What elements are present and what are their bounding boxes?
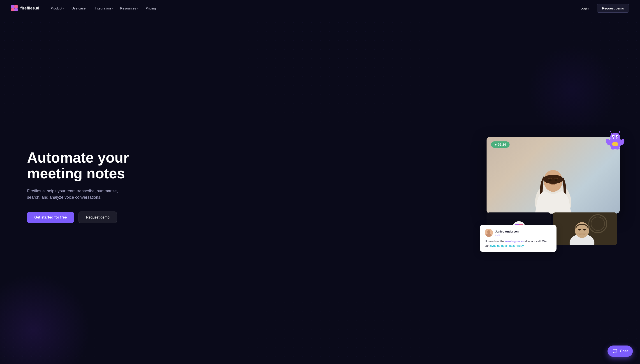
chat-text-before: I'll send out the: [485, 240, 505, 243]
timer-badge: 02:24: [491, 142, 509, 148]
hero-left: Automate your meeting notes Fireflies.ai…: [27, 150, 144, 223]
svg-point-24: [555, 179, 557, 181]
svg-point-16: [611, 147, 615, 150]
hero-subtitle: Fireflies.ai helps your team transcribe,…: [27, 188, 126, 201]
logo-icon: [11, 4, 18, 12]
navbar-right: Login Request demo: [576, 4, 629, 13]
chat-bubble-header: Janice Anderson 1:21: [485, 229, 551, 237]
hero-request-demo-button[interactable]: Request demo: [79, 212, 117, 223]
request-demo-button[interactable]: Request demo: [597, 4, 629, 13]
chevron-down-icon: ▾: [87, 7, 88, 10]
hero-buttons: Get started for free Request demo: [27, 212, 144, 223]
svg-point-7: [619, 131, 620, 132]
svg-point-23: [549, 179, 551, 181]
video-background: [486, 137, 620, 214]
timer-dot: [495, 144, 496, 146]
navbar: fireflies.ai Product ▾ Use case ▾ Integr…: [0, 0, 640, 16]
svg-rect-2: [11, 8, 15, 11]
hero-right: 02:24 Janice Anderson 1:21 I'll: [482, 128, 622, 245]
svg-point-5: [610, 131, 611, 132]
chevron-down-icon: ▾: [63, 7, 64, 10]
hero-section: Automate your meeting notes Fireflies.ai…: [0, 0, 640, 364]
avatar: [485, 229, 493, 237]
video-thumb-man: [553, 212, 617, 245]
chat-bubble: Janice Anderson 1:21 I'll send out the m…: [480, 224, 556, 252]
svg-point-39: [583, 229, 586, 230]
chat-support-icon: [612, 349, 617, 354]
nav-links: Product ▾ Use case ▾ Integration ▾ Resou…: [47, 4, 159, 12]
nav-item-integration[interactable]: Integration ▾: [92, 4, 116, 12]
svg-rect-1: [15, 5, 18, 8]
chevron-down-icon: ▾: [112, 7, 113, 10]
chat-message: I'll send out the meeting notes after ou…: [485, 239, 551, 248]
get-started-button[interactable]: Get started for free: [27, 212, 74, 223]
svg-rect-0: [11, 5, 15, 8]
chat-user-info: Janice Anderson 1:21: [495, 230, 519, 236]
bg-glow-right: [527, 45, 617, 135]
chat-username: Janice Anderson: [495, 230, 519, 233]
navbar-left: fireflies.ai Product ▾ Use case ▾ Integr…: [11, 4, 159, 12]
nav-item-usecase[interactable]: Use case ▾: [68, 4, 91, 12]
chat-highlight-sync: sync up again next Friday.: [490, 244, 524, 248]
logo-text: fireflies.ai: [20, 6, 39, 10]
nav-item-resources[interactable]: Resources ▾: [117, 4, 142, 12]
chat-support-button[interactable]: Chat: [607, 346, 633, 357]
svg-point-12: [613, 136, 614, 137]
svg-rect-3: [15, 8, 18, 11]
bg-glow-left: [0, 274, 90, 364]
chat-time: 1:21: [495, 233, 519, 236]
svg-point-26: [487, 230, 490, 234]
nav-item-product[interactable]: Product ▾: [47, 4, 68, 12]
svg-point-17: [615, 147, 620, 150]
svg-point-38: [578, 229, 581, 230]
svg-point-9: [610, 133, 620, 141]
login-button[interactable]: Login: [576, 4, 593, 12]
logo[interactable]: fireflies.ai: [11, 4, 39, 12]
robot-mascot: [604, 130, 626, 153]
chat-support-label: Chat: [620, 349, 628, 353]
chevron-down-icon: ▾: [137, 7, 138, 10]
video-main: 02:24: [486, 137, 620, 214]
svg-point-18: [612, 142, 618, 146]
svg-point-13: [617, 136, 618, 137]
hero-title: Automate your meeting notes: [27, 150, 144, 182]
nav-item-pricing[interactable]: Pricing: [142, 4, 159, 12]
chat-highlight-meeting-notes: meeting notes: [505, 240, 524, 243]
timer-text: 02:24: [498, 143, 506, 146]
svg-point-22: [543, 175, 563, 184]
